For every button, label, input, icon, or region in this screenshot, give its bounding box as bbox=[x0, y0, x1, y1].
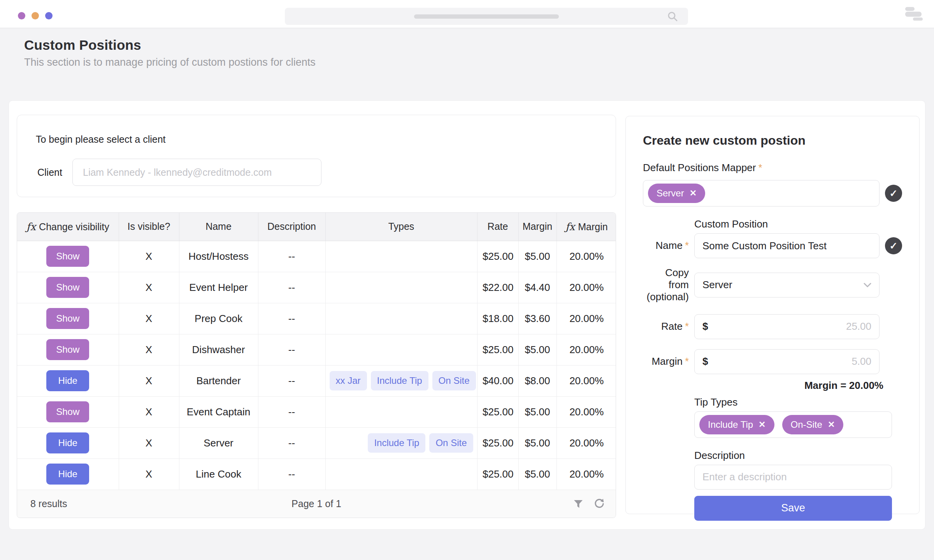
rate-cell: $25.00 bbox=[477, 396, 518, 427]
mapper-input[interactable]: Server ✕ bbox=[643, 180, 880, 206]
description-cell: -- bbox=[258, 427, 325, 458]
valid-check-icon: ✓ bbox=[885, 237, 902, 254]
menu-icon[interactable] bbox=[904, 6, 923, 22]
fx-margin-cell: 20.00% bbox=[557, 427, 616, 458]
chevron-down-icon bbox=[864, 283, 871, 287]
table-row: ShowXEvent Captain--$25.00$5.0020.00% bbox=[17, 396, 616, 427]
search-text-redacted bbox=[414, 14, 559, 19]
types-cell bbox=[325, 303, 477, 334]
type-tag: Include Tip bbox=[371, 371, 428, 390]
visibility-cell: Show bbox=[17, 396, 119, 427]
rate-cell: $25.00 bbox=[477, 334, 518, 365]
name-cell: Dishwasher bbox=[179, 334, 258, 365]
tip-types-input[interactable]: Include Tip✕On-Site✕ bbox=[694, 411, 892, 438]
tip-types-label: Tip Types bbox=[694, 396, 902, 408]
fx-margin-cell: 20.00% bbox=[557, 334, 616, 365]
copy-from-select[interactable]: Server bbox=[694, 273, 880, 298]
save-button[interactable]: Save bbox=[694, 496, 892, 521]
visibility-toggle-button[interactable]: Hide bbox=[46, 432, 89, 453]
create-position-panel: Create new custom postion Default Positi… bbox=[625, 116, 920, 514]
margin-cell: $8.00 bbox=[518, 365, 557, 396]
form-title: Create new custom postion bbox=[643, 133, 902, 148]
table-footer: 8 results Page 1 of 1 bbox=[17, 490, 616, 518]
header-is-visible: Is visible? bbox=[119, 213, 179, 241]
visibility-toggle-button[interactable]: Show bbox=[46, 401, 89, 422]
types-cell bbox=[325, 241, 477, 272]
fx-icon: ƒx bbox=[565, 221, 575, 233]
visibility-toggle-button[interactable]: Show bbox=[46, 246, 89, 267]
is-visible-cell: X bbox=[119, 427, 179, 458]
is-visible-cell: X bbox=[119, 303, 179, 334]
visibility-cell: Show bbox=[17, 272, 119, 303]
margin-field: $ bbox=[694, 349, 880, 374]
margin-cell: $5.00 bbox=[518, 427, 557, 458]
header-rate: Rate bbox=[477, 213, 518, 241]
type-tag: On Site bbox=[429, 433, 473, 453]
margin-cell: $3.60 bbox=[518, 303, 557, 334]
rate-cell: $25.00 bbox=[477, 458, 518, 490]
table-row: ShowXHost/Hostess--$25.00$5.0020.00% bbox=[17, 241, 616, 272]
rate-cell: $22.00 bbox=[477, 272, 518, 303]
description-cell: -- bbox=[258, 396, 325, 427]
fx-icon: ƒx bbox=[26, 221, 36, 233]
visibility-cell: Show bbox=[17, 241, 119, 272]
visibility-toggle-button[interactable]: Hide bbox=[46, 464, 89, 485]
table-row: HideXLine Cook--$25.00$5.0020.00% bbox=[17, 458, 616, 490]
rate-input[interactable] bbox=[713, 320, 871, 332]
tip-type-chip: Include Tip✕ bbox=[699, 415, 774, 434]
refresh-icon[interactable] bbox=[594, 499, 605, 509]
rate-cell: $18.00 bbox=[477, 303, 518, 334]
types-cell bbox=[325, 396, 477, 427]
name-cell: Event Helper bbox=[179, 272, 258, 303]
is-visible-cell: X bbox=[119, 396, 179, 427]
types-cell: Include TipOn Site bbox=[325, 427, 477, 458]
visibility-toggle-button[interactable]: Show bbox=[46, 308, 89, 329]
client-input[interactable] bbox=[72, 159, 321, 186]
page-subtitle: This section is to manage pricing of cus… bbox=[24, 56, 316, 68]
name-cell: Bartender bbox=[179, 365, 258, 396]
name-input[interactable] bbox=[702, 240, 871, 252]
visibility-toggle-button[interactable]: Show bbox=[46, 277, 89, 298]
required-marker: * bbox=[685, 240, 689, 251]
fx-margin-cell: 20.00% bbox=[557, 365, 616, 396]
window-titlebar bbox=[0, 0, 934, 28]
copy-from-label: Copy from (optional) bbox=[643, 267, 689, 303]
header-description: Description bbox=[258, 213, 325, 241]
margin-cell: $5.00 bbox=[518, 396, 557, 427]
chip-close-icon[interactable]: ✕ bbox=[690, 188, 697, 198]
fx-margin-cell: 20.00% bbox=[557, 241, 616, 272]
window-dot-orange[interactable] bbox=[32, 12, 39, 19]
name-cell: Server bbox=[179, 427, 258, 458]
chip-close-icon[interactable]: ✕ bbox=[758, 420, 765, 430]
description-label: Description bbox=[694, 450, 902, 462]
visibility-toggle-button[interactable]: Show bbox=[46, 339, 89, 360]
types-cell bbox=[325, 334, 477, 365]
filter-icon[interactable] bbox=[574, 500, 583, 508]
main-card: To begin please select a client Client ƒ… bbox=[9, 100, 925, 530]
visibility-cell: Show bbox=[17, 334, 119, 365]
margin-input[interactable] bbox=[713, 355, 871, 368]
page-indicator: Page 1 of 1 bbox=[17, 498, 616, 509]
fx-margin-cell: 20.00% bbox=[557, 303, 616, 334]
header-margin: Margin bbox=[518, 213, 557, 241]
window-dot-purple[interactable] bbox=[18, 12, 25, 19]
required-marker: * bbox=[758, 162, 762, 173]
positions-table: ƒxChange visibility Is visible? Name Des… bbox=[17, 212, 616, 518]
is-visible-cell: X bbox=[119, 272, 179, 303]
description-cell: -- bbox=[258, 334, 325, 365]
window-dot-indigo[interactable] bbox=[45, 12, 53, 19]
types-cell bbox=[325, 458, 477, 490]
table-row: ShowXPrep Cook--$18.00$3.6020.00% bbox=[17, 303, 616, 334]
margin-cell: $5.00 bbox=[518, 241, 557, 272]
type-tag: xx Jar bbox=[330, 371, 367, 390]
visibility-toggle-button[interactable]: Hide bbox=[46, 370, 89, 391]
types-cell bbox=[325, 272, 477, 303]
required-marker: * bbox=[685, 355, 689, 367]
search-icon bbox=[667, 11, 678, 22]
currency-symbol: $ bbox=[702, 320, 708, 332]
custom-position-label: Custom Position bbox=[694, 218, 902, 230]
chip-close-icon[interactable]: ✕ bbox=[828, 420, 835, 430]
description-input[interactable] bbox=[702, 471, 884, 483]
is-visible-cell: X bbox=[119, 241, 179, 272]
search-bar[interactable] bbox=[285, 8, 688, 25]
